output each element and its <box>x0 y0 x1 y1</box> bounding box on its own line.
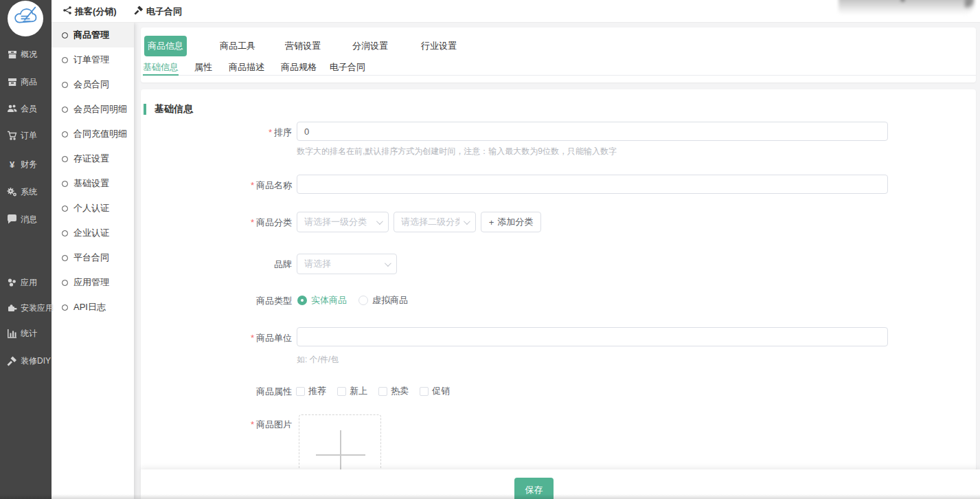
menu-item-label: 个人认证 <box>73 202 109 214</box>
radio-physical-product[interactable]: 实体商品 <box>297 294 347 307</box>
menu-item-api-log[interactable]: API日志 <box>52 295 134 320</box>
menu-item-evidence-settings[interactable]: 存证设置 <box>52 146 134 171</box>
apps-icon <box>6 278 18 287</box>
menu-item-product-management[interactable]: 商品管理 <box>52 23 134 47</box>
tab-marketing-settings[interactable]: 营销设置 <box>282 36 324 56</box>
sidebar-item-label: 统计 <box>21 328 37 340</box>
circle-icon <box>62 304 68 311</box>
menu-item-app-management[interactable]: 应用管理 <box>52 270 134 295</box>
menu-item-member-contract[interactable]: 会员合同 <box>52 72 134 97</box>
tab-product-info[interactable]: 商品信息 <box>144 36 187 56</box>
tab-industry-settings[interactable]: 行业设置 <box>418 36 460 56</box>
topbar-item-distribution[interactable]: 推客(分销) <box>62 0 117 23</box>
circle-icon <box>62 32 68 38</box>
subtab-econtract[interactable]: 电子合同 <box>330 61 365 76</box>
sidebar-item-goods[interactable]: 商品 <box>0 75 52 89</box>
tab-product-tools[interactable]: 商品工具 <box>216 36 259 56</box>
main-content: 商品信息 商品工具 营销设置 分润设置 行业设置 基础信息 属性 商品描述 商品… <box>134 23 980 499</box>
unit-input[interactable] <box>297 327 888 346</box>
circle-icon <box>62 206 68 212</box>
radio-label: 虚拟商品 <box>372 294 408 307</box>
checkbox-icon <box>378 387 387 396</box>
form-card: 基础信息 *排序 数字大的排名在前,默认排序方式为创建时间，注意：输入最大数为9… <box>141 89 976 472</box>
select-placeholder: 请选择一级分类 <box>304 216 372 228</box>
sidebar-item-install-apps[interactable]: 安装应用 <box>0 301 52 315</box>
sort-input[interactable] <box>297 122 888 141</box>
circle-icon <box>62 280 68 286</box>
footer-bar: 保存 <box>141 469 980 499</box>
chevron-down-icon <box>385 260 391 267</box>
category-level1-select[interactable]: 请选择一级分类 <box>297 212 389 232</box>
sidebar-item-system[interactable]: 系统 <box>0 185 52 199</box>
radio-selected-icon <box>297 296 307 305</box>
checkbox-promotion[interactable]: 促销 <box>420 385 450 397</box>
radio-virtual-product[interactable]: 虚拟商品 <box>358 294 408 307</box>
sidebar-item-apps[interactable]: 应用 <box>0 276 52 289</box>
share-icon <box>62 5 72 17</box>
field-label-sort: *排序 <box>141 126 292 139</box>
stats-icon <box>6 329 18 338</box>
sidebar-item-diy[interactable]: 装修DIY <box>0 354 52 368</box>
checkbox-label: 推荐 <box>308 385 326 397</box>
finance-yen-icon: ¥ <box>6 159 18 170</box>
subtab-attributes[interactable]: 属性 <box>194 61 212 76</box>
menu-item-platform-contract[interactable]: 平台合同 <box>52 245 134 270</box>
brand-select[interactable]: 请选择 <box>297 254 397 274</box>
chevron-down-icon <box>464 218 470 225</box>
secondary-sidebar: 商品管理 订单管理 会员合同 会员合同明细 合同充值明细 存证设置 基础设置 个… <box>52 23 134 499</box>
subtab-basic-info[interactable]: 基础信息 <box>143 61 179 76</box>
sidebar-item-label: 应用 <box>21 277 37 289</box>
checkbox-hot[interactable]: 热卖 <box>378 385 409 397</box>
add-category-label: 添加分类 <box>497 216 533 228</box>
circle-icon <box>62 255 68 261</box>
sidebar-item-members[interactable]: 会员 <box>0 102 52 115</box>
menu-item-personal-auth[interactable]: 个人认证 <box>52 196 134 221</box>
topbar-item-label: 推客(分销) <box>75 5 117 18</box>
menu-item-order-management[interactable]: 订单管理 <box>52 47 134 72</box>
circle-icon <box>62 230 68 236</box>
tabs-card: 商品信息 商品工具 营销设置 分润设置 行业设置 基础信息 属性 商品描述 商品… <box>141 27 976 82</box>
menu-item-label: 会员合同明细 <box>73 103 127 115</box>
sidebar-item-statistics[interactable]: 统计 <box>0 326 52 340</box>
circle-icon <box>62 181 68 187</box>
sort-help-text: 数字大的排名在前,默认排序方式为创建时间，注意：输入最大数为9位数，只能输入数字 <box>297 146 617 157</box>
circle-icon <box>62 156 68 162</box>
field-label-unit: *商品单位 <box>141 332 292 344</box>
sidebar-item-orders[interactable]: 订单 <box>0 129 52 142</box>
sidebar-item-label: 商品 <box>21 76 37 88</box>
required-mark: * <box>269 127 272 137</box>
subtab-specs[interactable]: 商品规格 <box>281 61 317 76</box>
plus-icon: + <box>489 217 494 228</box>
checkbox-recommend[interactable]: 推荐 <box>296 385 326 397</box>
subtab-description[interactable]: 商品描述 <box>229 61 264 76</box>
add-category-button[interactable]: + 添加分类 <box>481 212 541 232</box>
checkbox-new[interactable]: 新上 <box>337 385 367 397</box>
app-logo[interactable] <box>8 1 43 36</box>
sidebar-item-label: 安装应用 <box>21 302 54 314</box>
topbar-item-econtract[interactable]: 电子合同 <box>134 0 182 23</box>
menu-item-member-contract-detail[interactable]: 会员合同明细 <box>52 97 134 122</box>
product-name-input[interactable] <box>297 175 888 194</box>
chevron-down-icon <box>376 218 383 225</box>
field-label-product-image: *商品图片 <box>141 419 292 431</box>
sidebar-item-overview[interactable]: 概况 <box>0 47 52 61</box>
menu-item-enterprise-auth[interactable]: 企业认证 <box>52 221 134 245</box>
sidebar-item-messages[interactable]: 消息 <box>0 212 52 226</box>
goods-icon <box>6 78 18 87</box>
field-label-product-type: 商品类型 <box>141 295 292 307</box>
category-level2-select[interactable]: 请选择二级分类 <box>394 212 476 232</box>
diy-tool-icon <box>6 356 18 366</box>
primary-sidebar: 概况 商品 会员 订单 ¥ 财务 系统 消息 应用 安装应用 统计 装修DIY <box>0 0 52 499</box>
circle-icon <box>62 57 68 63</box>
select-placeholder: 请选择二级分类 <box>401 216 459 228</box>
unit-help-text: 如: 个/件/包 <box>297 354 339 366</box>
menu-item-basic-settings[interactable]: 基础设置 <box>52 171 134 196</box>
menu-item-contract-recharge-detail[interactable]: 合同充值明细 <box>52 122 134 146</box>
sidebar-item-finance[interactable]: ¥ 财务 <box>0 157 52 171</box>
tab-profit-settings[interactable]: 分润设置 <box>349 36 391 56</box>
menu-item-label: 存证设置 <box>73 153 109 165</box>
circle-icon <box>62 131 68 137</box>
save-button[interactable]: 保存 <box>514 478 554 499</box>
topbar-item-label: 电子合同 <box>146 5 182 18</box>
checkbox-label: 促销 <box>432 385 450 397</box>
